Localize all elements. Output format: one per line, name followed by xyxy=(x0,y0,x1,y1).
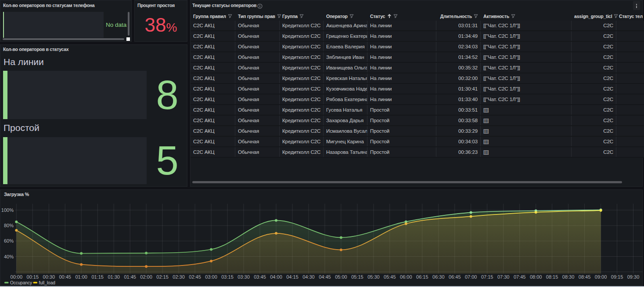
svg-text:09:00: 09:00 xyxy=(595,274,607,280)
svg-text:00:00: 00:00 xyxy=(11,274,23,280)
svg-text:06:45: 06:45 xyxy=(449,274,461,280)
svg-text:02:30: 02:30 xyxy=(173,274,185,280)
svg-text:08:45: 08:45 xyxy=(579,274,591,280)
svg-text:07:15: 07:15 xyxy=(481,274,493,280)
svg-text:03:45: 03:45 xyxy=(254,274,266,280)
svg-text:60%: 60% xyxy=(4,238,14,243)
svg-text:40%: 40% xyxy=(4,254,14,259)
svg-text:08:00: 08:00 xyxy=(530,274,542,280)
svg-text:full_load: full_load xyxy=(39,280,55,285)
svg-text:01:15: 01:15 xyxy=(91,274,104,280)
svg-text:03:30: 03:30 xyxy=(237,274,250,280)
svg-text:05:30: 05:30 xyxy=(367,274,380,280)
svg-text:08:15: 08:15 xyxy=(546,274,558,280)
svg-text:100%: 100% xyxy=(1,207,14,213)
svg-text:04:15: 04:15 xyxy=(286,274,299,280)
svg-text:05:45: 05:45 xyxy=(384,274,396,280)
svg-text:07:45: 07:45 xyxy=(514,274,526,280)
svg-text:05:15: 05:15 xyxy=(351,274,363,280)
svg-text:04:30: 04:30 xyxy=(302,274,315,280)
svg-text:08:30: 08:30 xyxy=(562,274,575,280)
svg-text:06:00: 06:00 xyxy=(400,274,412,280)
svg-text:05:00: 05:00 xyxy=(335,274,347,280)
svg-text:06:15: 06:15 xyxy=(416,274,428,280)
svg-text:Occupancy: Occupancy xyxy=(10,280,32,285)
svg-text:07:00: 07:00 xyxy=(465,274,477,280)
svg-text:02:45: 02:45 xyxy=(189,274,201,280)
svg-text:04:45: 04:45 xyxy=(319,274,331,280)
svg-text:04:00: 04:00 xyxy=(270,274,282,280)
svg-text:09:30: 09:30 xyxy=(627,274,640,280)
svg-text:03:00: 03:00 xyxy=(205,274,217,280)
svg-text:06:30: 06:30 xyxy=(432,274,445,280)
svg-text:07:30: 07:30 xyxy=(497,274,510,280)
svg-text:00:45: 00:45 xyxy=(59,274,71,280)
svg-text:09:15: 09:15 xyxy=(611,274,623,280)
svg-text:02:15: 02:15 xyxy=(156,274,169,280)
svg-text:02:00: 02:00 xyxy=(140,274,152,280)
svg-text:00:15: 00:15 xyxy=(27,274,39,280)
svg-text:80%: 80% xyxy=(4,223,14,228)
svg-text:01:00: 01:00 xyxy=(75,274,87,280)
svg-text:01:45: 01:45 xyxy=(124,274,136,280)
svg-text:03:15: 03:15 xyxy=(221,274,234,280)
svg-text:01:30: 01:30 xyxy=(108,274,120,280)
svg-text:00:30: 00:30 xyxy=(43,274,55,280)
